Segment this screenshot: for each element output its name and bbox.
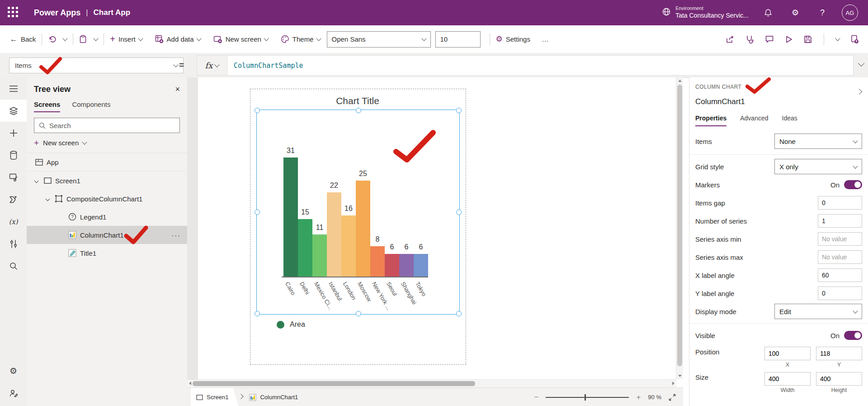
controls-icon[interactable] [0, 233, 27, 255]
zoom-in-button[interactable]: + [636, 393, 641, 402]
position-y-input[interactable] [816, 347, 862, 360]
visible-toggle[interactable] [844, 331, 862, 340]
selection-handle-bottom-left[interactable] [255, 311, 260, 316]
rail-settings-gear-icon[interactable]: ⚙ [0, 360, 27, 382]
advanced-tools-icon[interactable] [0, 382, 27, 404]
scroll-left-arrow[interactable] [189, 382, 191, 385]
collapse-menu-icon[interactable] [0, 77, 27, 100]
tree-search-input[interactable]: Search [34, 118, 180, 133]
chart-legend[interactable]: Area [277, 320, 305, 329]
share-icon[interactable] [726, 35, 735, 44]
paste-menu-chevron[interactable] [94, 38, 98, 40]
bar-London[interactable] [341, 215, 356, 277]
close-icon[interactable]: × [175, 85, 180, 94]
selection-handle-top-left[interactable] [255, 108, 260, 113]
data-icon[interactable] [0, 144, 27, 166]
bar-Moscow[interactable] [356, 181, 370, 277]
tree-view-icon[interactable] [0, 100, 27, 122]
fit-to-window-icon[interactable] [669, 394, 676, 401]
insert-button[interactable]: + Insert [110, 34, 142, 44]
media-icon[interactable] [0, 166, 27, 188]
formula-bar-expand-chevron[interactable] [859, 59, 863, 67]
bar-Istanbul[interactable] [327, 192, 341, 277]
fx-dropdown[interactable]: fx [197, 56, 227, 75]
add-data-button[interactable]: Add data [155, 35, 201, 43]
paste-button[interactable] [79, 35, 87, 43]
settings-button[interactable]: ⚙ Settings [496, 34, 530, 44]
bar-Cairo[interactable] [283, 158, 298, 277]
save-menu-chevron[interactable] [836, 38, 840, 40]
save-icon[interactable] [804, 35, 812, 43]
series-axis-max-input[interactable] [818, 250, 862, 264]
x-label-angle-input[interactable] [818, 268, 862, 282]
bar-Shanghai[interactable] [399, 254, 414, 277]
items-gap-input[interactable] [818, 196, 862, 210]
size-width-input[interactable] [764, 372, 811, 386]
series-axis-min-input[interactable] [818, 232, 862, 246]
font-size-input[interactable]: 10 [435, 31, 481, 48]
tree-item-compositecolumnchart1[interactable]: CompositeColumnChart1 [27, 190, 187, 208]
bar-Mexico Ci...[interactable] [312, 234, 327, 277]
status-screen-tab[interactable]: Screen1 [191, 388, 238, 406]
bar-New York ...[interactable] [370, 246, 385, 277]
position-x-input[interactable] [764, 347, 811, 360]
tree-item-app[interactable]: App [27, 153, 187, 171]
markers-toggle[interactable] [844, 180, 862, 189]
tree-item-legend1[interactable]: ? Legend1 [27, 208, 187, 226]
app-launcher-icon[interactable] [8, 7, 19, 19]
environment-picker[interactable]: Environment Tata Consultancy Servic... [662, 5, 749, 19]
avatar[interactable]: AG [842, 5, 858, 21]
search-icon[interactable] [0, 255, 27, 277]
chevron-down-icon[interactable] [46, 196, 50, 201]
bar-Seoul[interactable] [385, 254, 399, 277]
property-selector-dropdown[interactable]: Items [9, 57, 184, 73]
tab-ideas[interactable]: Ideas [782, 115, 797, 126]
grid-style-dropdown[interactable]: X only [774, 159, 862, 174]
app-checker-icon[interactable] [745, 35, 754, 44]
number-of-series-input[interactable] [818, 214, 862, 228]
bar-Delhi[interactable] [298, 219, 312, 277]
new-screen-tree-button[interactable]: + New screen [34, 139, 180, 147]
vertical-scrollbar[interactable] [676, 77, 683, 379]
bar-Tokyo[interactable] [414, 254, 428, 277]
selection-handle-bottom-right[interactable] [456, 311, 462, 316]
selection-handle-top-middle[interactable] [356, 108, 361, 113]
y-label-angle-input[interactable] [818, 287, 862, 300]
notifications-bell-icon[interactable] [760, 5, 776, 20]
variables-icon[interactable]: (x) [0, 210, 27, 233]
insert-icon[interactable] [0, 122, 27, 144]
tab-components[interactable]: Components [72, 100, 110, 112]
power-automate-icon[interactable] [0, 188, 27, 210]
display-mode-dropdown[interactable]: Edit [774, 304, 862, 319]
back-button[interactable]: ← Back [10, 35, 36, 44]
selection-handle-middle-right[interactable] [456, 210, 462, 215]
selection-handle-middle-left[interactable] [255, 210, 260, 215]
tab-advanced[interactable]: Advanced [740, 115, 768, 126]
scroll-up-arrow[interactable] [678, 80, 682, 82]
panel-collapse-chevron[interactable] [857, 87, 861, 95]
zoom-slider-handle[interactable] [585, 394, 586, 401]
zoom-percent[interactable]: 90 % [648, 394, 661, 401]
tree-item-screen1[interactable]: Screen1 [27, 171, 187, 190]
zoom-out-button[interactable]: − [534, 393, 538, 402]
theme-button[interactable]: Theme [281, 35, 321, 43]
settings-gear-icon[interactable]: ⚙ [788, 5, 803, 20]
chart-bars[interactable]: 3115112216258666 [283, 141, 428, 277]
undo-button[interactable] [48, 35, 56, 43]
new-screen-button[interactable]: New screen [213, 35, 268, 43]
zoom-slider[interactable] [546, 397, 629, 398]
tab-screens[interactable]: Screens [34, 100, 60, 112]
tree-item-title1[interactable]: Title1 [27, 244, 187, 262]
status-control-breadcrumb[interactable]: ColumnChart1 [249, 394, 298, 401]
scroll-down-arrow[interactable] [678, 375, 682, 377]
help-icon[interactable]: ? [815, 5, 830, 20]
chart-title[interactable]: Chart Title [250, 96, 465, 106]
comments-icon[interactable] [765, 35, 774, 43]
canvas-area[interactable]: Chart Title 3115112216258666 CairoDelhiM… [187, 77, 683, 379]
formula-input[interactable]: ColumnChartSample [227, 56, 853, 75]
preview-play-icon[interactable] [785, 35, 793, 43]
tree-item-columnchart1[interactable]: ColumnChart1 ··· [27, 226, 187, 244]
more-options-button[interactable]: ··· [171, 231, 181, 239]
publish-icon[interactable] [850, 35, 859, 44]
items-dropdown[interactable]: None [774, 134, 862, 149]
